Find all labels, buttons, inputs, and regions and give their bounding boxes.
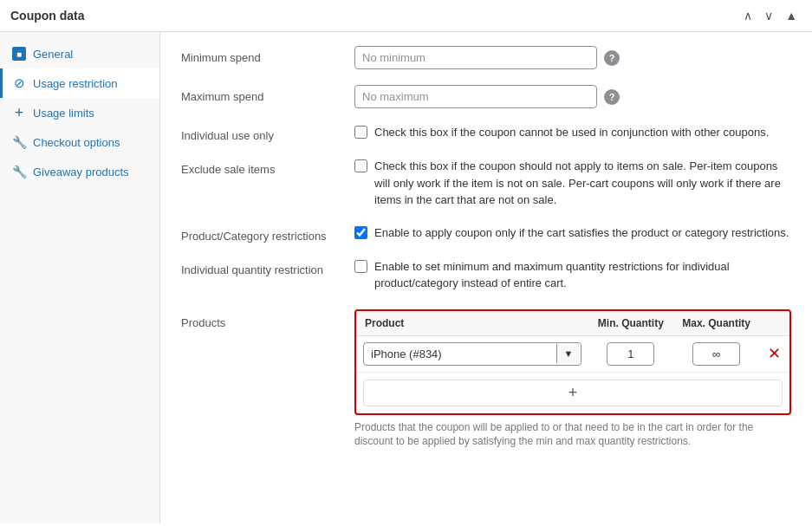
main-content: Minimum spend ? Maximum spend ? Individu… [160,32,812,523]
maximum-spend-row: Maximum spend ? [181,85,791,108]
maximum-spend-label: Maximum spend [181,85,354,103]
exclude-sale-label: Exclude sale items [181,158,354,176]
sidebar-item-label: Usage restriction [33,77,118,90]
minimum-spend-label: Minimum spend [181,46,354,64]
add-product-row: + [356,373,789,413]
min-qty-input[interactable] [607,342,654,366]
products-label: Products [181,308,354,329]
maximum-spend-help-icon[interactable]: ? [604,89,620,105]
exclude-sale-checkbox[interactable] [354,159,367,172]
actions-col-header [759,311,789,336]
sidebar-item-checkout-options[interactable]: 🔧 Checkout options [0,127,159,157]
usage-limits-icon: + [12,106,26,120]
min-qty-col-header: Min. Quantity [588,311,674,336]
individual-qty-label: Individual quantity restriction [181,258,354,276]
product-category-checkbox[interactable] [354,226,367,239]
product-category-checkbox-row: Enable to apply coupon only if the cart … [354,224,789,242]
collapse-up-button[interactable]: ∧ [739,7,757,24]
exclude-sale-checkbox-row: Check this box if the coupon should not … [354,158,791,209]
min-qty-cell [588,335,674,372]
products-row: Products Product Min. Quantity Max. Quan… [181,308,791,450]
coupon-data-window: Coupon data ∧ ∨ ▲ ■ General ⊘ Usage rest… [0,0,812,526]
expand-button[interactable]: ▲ [781,7,802,24]
individual-use-row: Individual use only Check this box if th… [181,124,791,142]
usage-restriction-icon: ⊘ [12,76,26,90]
general-icon: ■ [12,47,26,61]
minimum-spend-row: Minimum spend ? [181,46,791,69]
individual-use-control: Check this box if the coupon cannot be u… [354,124,791,141]
sidebar-item-label: Usage limits [33,107,94,120]
sidebar-item-giveaway-products[interactable]: 🔧 Giveaway products [0,157,159,186]
individual-use-checkbox-label: Check this box if the coupon cannot be u… [374,124,769,141]
maximum-spend-input[interactable] [354,85,597,108]
title-bar: Coupon data ∧ ∨ ▲ [0,0,812,32]
individual-use-checkbox-row: Check this box if the coupon cannot be u… [354,124,769,141]
sidebar-item-usage-restriction[interactable]: ⊘ Usage restriction [0,68,159,98]
individual-qty-checkbox[interactable] [354,260,367,273]
individual-qty-checkbox-row: Enable to set minimum and maximum quanti… [354,258,791,292]
giveaway-products-icon: 🔧 [12,165,26,179]
remove-product-button[interactable]: ✕ [766,342,783,365]
product-select-text: iPhone (#834) [364,343,556,365]
sidebar-item-usage-limits[interactable]: + Usage limits [0,98,159,127]
products-table: Product Min. Quantity Max. Quantity [356,311,789,373]
products-description: Products that the coupon will be applied… [354,420,791,450]
window-controls: ∧ ∨ ▲ [739,7,802,24]
main-layout: ■ General ⊘ Usage restriction + Usage li… [0,32,812,523]
individual-qty-control: Enable to set minimum and maximum quanti… [354,258,791,292]
exclude-sale-checkbox-label: Check this box if the coupon should not … [374,158,791,209]
product-category-row: Product/Category restrictions Enable to … [181,224,791,243]
sidebar-item-label: General [33,48,73,61]
product-category-checkbox-label: Enable to apply coupon only if the cart … [374,224,789,242]
sidebar-item-label: Giveaway products [33,166,129,179]
product-category-control: Enable to apply coupon only if the cart … [354,224,791,242]
individual-qty-checkbox-label: Enable to set minimum and maximum quanti… [374,258,791,292]
exclude-sale-row: Exclude sale items Check this box if the… [181,158,791,209]
product-cell: iPhone (#834) ▼ [356,335,588,372]
minimum-spend-control: ? [354,46,791,69]
product-dropdown-arrow[interactable]: ▼ [556,344,581,363]
checkout-options-icon: 🔧 [12,135,26,149]
window-title: Coupon data [10,9,85,23]
max-qty-input[interactable]: ∞ [692,342,740,366]
product-category-label: Product/Category restrictions [181,224,354,243]
individual-use-checkbox[interactable] [354,126,367,139]
add-product-button[interactable]: + [363,380,783,406]
sidebar-item-label: Checkout options [33,136,120,149]
table-row: iPhone (#834) ▼ ∞ [356,335,789,372]
products-box: Product Min. Quantity Max. Quantity [354,309,791,415]
products-control: Product Min. Quantity Max. Quantity [354,308,791,450]
individual-use-label: Individual use only [181,124,354,142]
exclude-sale-control: Check this box if the coupon should not … [354,158,791,209]
minimum-spend-input[interactable] [354,46,597,69]
max-qty-col-header: Max. Quantity [673,311,759,336]
products-table-header-row: Product Min. Quantity Max. Quantity [356,311,789,336]
individual-qty-row: Individual quantity restriction Enable t… [181,258,791,292]
minimum-spend-help-icon[interactable]: ? [604,50,620,66]
remove-cell: ✕ [759,335,789,372]
sidebar: ■ General ⊘ Usage restriction + Usage li… [0,32,160,523]
max-qty-cell: ∞ [673,335,759,372]
sidebar-item-general[interactable]: ■ General [0,39,159,68]
maximum-spend-control: ? [354,85,791,108]
product-select-wrapper[interactable]: iPhone (#834) ▼ [363,342,581,366]
product-col-header: Product [356,311,588,336]
collapse-down-button[interactable]: ∨ [760,7,777,24]
